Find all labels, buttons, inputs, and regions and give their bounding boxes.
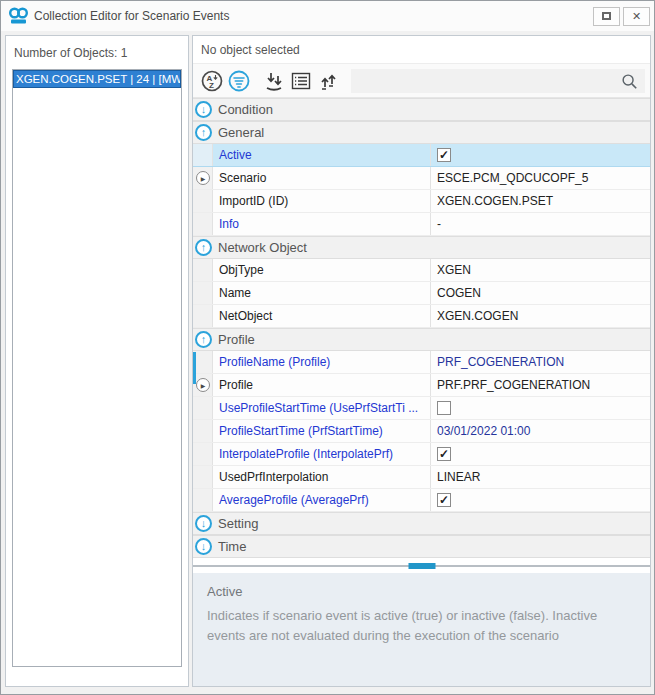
- app-icon: [8, 6, 28, 26]
- property-row[interactable]: ImportID (ID)XGEN.COGEN.PSET: [193, 190, 650, 213]
- list-view-icon: [289, 69, 313, 93]
- property-value[interactable]: XGEN: [431, 259, 650, 281]
- description-body: Indicates if scenario event is active (t…: [207, 606, 636, 645]
- property-value[interactable]: XGEN.COGEN.PSET: [431, 190, 650, 212]
- property-value-text: PRF.PRF_COGENERATION: [437, 378, 590, 392]
- property-grid: ↓Condition↑GeneralActive✓▶ScenarioESCE.P…: [193, 98, 650, 558]
- property-value[interactable]: ✓: [431, 489, 650, 511]
- property-row[interactable]: ProfileName (Profile)PRF_COGENERATION: [193, 351, 650, 374]
- checkbox[interactable]: ✓: [437, 447, 451, 461]
- chevron-down-icon[interactable]: ↓: [195, 538, 212, 555]
- chevron-up-icon[interactable]: ↑: [195, 239, 212, 256]
- collection-editor-window: Collection Editor for Scenario Events ✕ …: [0, 0, 655, 695]
- category-header[interactable]: ↓Time: [193, 535, 650, 558]
- property-name: UseProfileStartTime (UsePrfStartTi ...: [213, 397, 431, 419]
- chevron-up-icon[interactable]: ↑: [195, 331, 212, 348]
- property-row[interactable]: UseProfileStartTime (UsePrfStartTi ...: [193, 397, 650, 420]
- property-value-text: COGEN: [437, 286, 481, 300]
- object-list-item[interactable]: XGEN.COGEN.PSET | 24 | [MW]: [13, 70, 181, 88]
- property-value[interactable]: PRF.PRF_COGENERATION: [431, 374, 650, 396]
- property-value[interactable]: [431, 397, 650, 419]
- object-count-label: Number of Objects: 1: [12, 43, 182, 69]
- titlebar: Collection Editor for Scenario Events ✕: [1, 1, 654, 31]
- property-row[interactable]: Active✓: [193, 144, 650, 167]
- property-toolbar: A Z: [193, 64, 650, 98]
- list-view-button[interactable]: [287, 67, 314, 94]
- property-value[interactable]: XGEN.COGEN: [431, 305, 650, 327]
- category-header[interactable]: ↑General: [193, 121, 650, 144]
- property-value-text: 03/01/2022 01:00: [437, 424, 530, 438]
- row-gutter: ▶: [193, 374, 213, 396]
- maximize-icon: [602, 12, 611, 20]
- property-value[interactable]: ✓: [431, 443, 650, 465]
- property-name: Name: [213, 282, 431, 304]
- chevron-up-icon[interactable]: ↑: [195, 124, 212, 141]
- property-name: NetObject: [213, 305, 431, 327]
- chevron-down-icon[interactable]: ↓: [195, 515, 212, 532]
- property-row[interactable]: AverageProfile (AveragePrf)✓: [193, 489, 650, 512]
- splitter[interactable]: [193, 558, 650, 573]
- property-name: Info: [213, 213, 431, 235]
- property-name: Profile: [213, 374, 431, 396]
- property-value[interactable]: 03/01/2022 01:00: [431, 420, 650, 442]
- property-row[interactable]: ▶ScenarioESCE.PCM_QDCUCOPF_5: [193, 167, 650, 190]
- property-row[interactable]: Info-: [193, 213, 650, 236]
- objects-panel: Number of Objects: 1 XGEN.COGEN.PSET | 2…: [5, 35, 189, 687]
- category-view-button[interactable]: [225, 67, 252, 94]
- category-label: Setting: [218, 516, 258, 531]
- property-name: ImportID (ID): [213, 190, 431, 212]
- property-name: AverageProfile (AveragePrf): [213, 489, 431, 511]
- property-value[interactable]: PRF_COGENERATION: [431, 351, 650, 373]
- category-header[interactable]: ↑Network Object: [193, 236, 650, 259]
- property-row[interactable]: ▶ProfilePRF.PRF_COGENERATION: [193, 374, 650, 397]
- search-icon: [620, 72, 638, 90]
- checkbox[interactable]: [437, 401, 451, 415]
- property-value-text: ESCE.PCM_QDCUCOPF_5: [437, 171, 588, 185]
- export-up-arrows-icon: [316, 69, 340, 93]
- category-label: Time: [218, 539, 246, 554]
- expander-icon[interactable]: ▶: [196, 171, 210, 185]
- property-row[interactable]: ProfileStartTime (PrfStartTime)03/01/202…: [193, 420, 650, 443]
- description-panel: Active Indicates if scenario event is ac…: [193, 573, 650, 686]
- property-row[interactable]: NameCOGEN: [193, 282, 650, 305]
- row-gutter: ▶: [193, 167, 213, 189]
- category-label: Condition: [218, 102, 273, 117]
- object-list[interactable]: XGEN.COGEN.PSET | 24 | [MW]: [12, 69, 182, 667]
- category-header[interactable]: ↓Condition: [193, 98, 650, 121]
- category-header[interactable]: ↑Profile: [193, 328, 650, 351]
- import-down-arrows-icon: [262, 69, 286, 93]
- selection-status: No object selected: [193, 36, 650, 64]
- export-button[interactable]: [314, 67, 341, 94]
- property-row[interactable]: UsedPrfInterpolationLINEAR: [193, 466, 650, 489]
- description-title: Active: [207, 584, 636, 599]
- property-row[interactable]: ObjTypeXGEN: [193, 259, 650, 282]
- chevron-down-icon[interactable]: ↓: [195, 101, 212, 118]
- expander-icon[interactable]: ▶: [196, 378, 210, 392]
- sort-az-button[interactable]: A Z: [198, 67, 225, 94]
- property-value-text: PRF_COGENERATION: [437, 355, 564, 369]
- close-button[interactable]: ✕: [623, 7, 650, 26]
- splitter-handle[interactable]: [408, 563, 435, 569]
- checkbox[interactable]: ✓: [437, 493, 451, 507]
- property-value[interactable]: -: [431, 213, 650, 235]
- import-button[interactable]: [260, 67, 287, 94]
- property-value[interactable]: LINEAR: [431, 466, 650, 488]
- row-gutter: [193, 259, 213, 281]
- property-value[interactable]: ✓: [431, 144, 650, 166]
- row-gutter: [193, 397, 213, 419]
- row-gutter: [193, 190, 213, 212]
- property-name: ProfileStartTime (PrfStartTime): [213, 420, 431, 442]
- property-name: InterpolateProfile (InterpolatePrf): [213, 443, 431, 465]
- search-input[interactable]: [351, 69, 645, 93]
- property-row[interactable]: InterpolateProfile (InterpolatePrf)✓: [193, 443, 650, 466]
- checkbox[interactable]: ✓: [437, 148, 451, 162]
- property-value[interactable]: ESCE.PCM_QDCUCOPF_5: [431, 167, 650, 189]
- property-value[interactable]: COGEN: [431, 282, 650, 304]
- property-name: ObjType: [213, 259, 431, 281]
- property-value-text: XGEN.COGEN: [437, 309, 518, 323]
- maximize-button[interactable]: [593, 7, 620, 26]
- category-header[interactable]: ↓Setting: [193, 512, 650, 535]
- row-gutter: [193, 144, 213, 166]
- property-row[interactable]: NetObjectXGEN.COGEN: [193, 305, 650, 328]
- property-name: UsedPrfInterpolation: [213, 466, 431, 488]
